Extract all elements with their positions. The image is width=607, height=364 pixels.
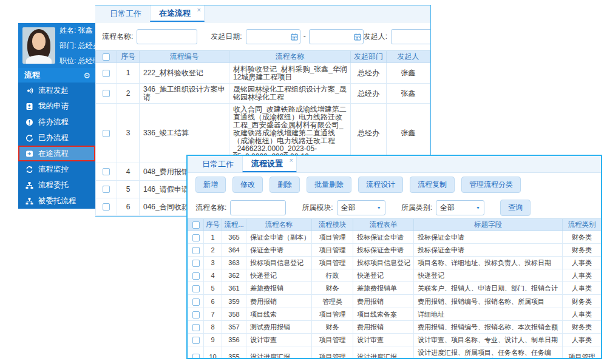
row-select-cell	[96, 84, 117, 104]
module-select-value: 全部	[341, 203, 356, 213]
cell-flow-name: 投标项目信息登记	[246, 257, 312, 269]
initiator-label: 发起人:	[364, 32, 387, 42]
col-flow-name: 流程名称	[229, 51, 351, 63]
select-all-checkbox[interactable]	[103, 53, 110, 61]
category-select[interactable]: 全部 ▼	[436, 200, 484, 215]
row-select-cell	[188, 320, 204, 333]
select-all-cell	[188, 219, 204, 231]
cell-no: 7	[204, 308, 222, 320]
tab-label: 日常工作	[202, 159, 234, 170]
module-label: 所属模块:	[302, 203, 333, 213]
col-flow-name: 流程名称	[246, 219, 312, 231]
toolbar-button[interactable]: 修改	[232, 177, 263, 193]
cell-category: 人事类	[563, 282, 602, 295]
window1-tabbar: 日常工作 在途流程 ×	[95, 5, 430, 22]
tab-flow-settings[interactable]: 流程设置 ×	[242, 156, 297, 172]
col-no: 序号	[204, 219, 222, 231]
col-form: 流程表单	[353, 219, 414, 231]
sidebar-item-delegate[interactable]: 流程委托	[18, 177, 95, 193]
sidebar-item-pending[interactable]: 待办流程	[18, 114, 95, 130]
row-checkbox[interactable]	[192, 311, 200, 318]
sidebar-item-label: 我的申请	[38, 101, 69, 112]
calendar-icon[interactable]	[291, 33, 298, 41]
sidebar-item-delegated-to-me[interactable]: 被委托流程	[18, 193, 95, 209]
row-select-cell	[188, 295, 204, 308]
search-button[interactable]: 查询	[500, 200, 531, 216]
cell-no: 4	[117, 163, 140, 181]
cell-flow-name: 项目线索	[246, 308, 312, 320]
tab-daily-work[interactable]: 日常工作	[194, 156, 242, 172]
row-checkbox[interactable]	[103, 186, 110, 193]
cell-flow-code: 364	[222, 244, 246, 257]
row-checkbox[interactable]	[192, 234, 200, 241]
calendar-icon[interactable]	[354, 33, 361, 41]
cell-flow-name: 收入合同_改建铁路成渝线增建第二直通线（成渝枢纽）电力线路迁改工程_西安盛器金属…	[229, 104, 351, 163]
sidebar-item-completed[interactable]: 已办流程	[18, 130, 95, 146]
row-checkbox[interactable]	[192, 324, 200, 331]
select-all-checkbox[interactable]	[192, 221, 200, 229]
row-checkbox[interactable]	[192, 285, 200, 292]
window2-tabbar: 日常工作 流程设置 ×	[188, 156, 601, 173]
cell-module: 项目管理	[312, 231, 353, 244]
date-separator: -	[304, 32, 306, 41]
table-row: 2 346_施工组织设计方案申请 晟铭园林绿化工程组织设计方案_晟铭园林绿化工程…	[96, 84, 430, 104]
row-checkbox[interactable]	[103, 168, 110, 175]
desktop-stage: 姓名: 张鑫 部门: 总经办 职位: 总经理 流程 ⚙ 流程发起 我的申请	[0, 0, 607, 364]
cell-initiator: 张鑫	[387, 104, 430, 163]
cell-title-fields: 投标保证金申请	[414, 244, 563, 257]
cell-category: 人事类	[563, 257, 602, 269]
row-checkbox[interactable]	[103, 130, 110, 137]
cell-dept: 总经办	[351, 84, 387, 104]
tab-in-transit-flows[interactable]: 在途流程 ×	[150, 5, 205, 22]
table-row: 3 336_竣工结算 收入合同_改建铁路成渝线增建第二直通线（成渝枢纽）电力线路…	[96, 104, 430, 163]
flow-name-input[interactable]	[230, 200, 286, 215]
module-select[interactable]: 全部 ▼	[337, 200, 385, 215]
sidebar-item-my-applications[interactable]: 我的申请	[18, 98, 95, 114]
cell-title-fields: 项目名称、详细地址、投标负责人、投标日期	[414, 257, 563, 269]
cell-title-fields: 费用报销、报销编号、报销名称、所属项目	[414, 295, 563, 308]
gear-icon[interactable]: ⚙	[83, 72, 90, 79]
cell-no: 5	[117, 181, 140, 198]
sidebar-item-in-transit[interactable]: 在途流程	[18, 146, 95, 161]
select-all-cell	[96, 51, 117, 63]
row-checkbox[interactable]	[103, 70, 110, 77]
table-row: 2 364 保证金申请 项目管理 投标保证金申请 投标保证金申请 财务类	[188, 244, 602, 257]
row-checkbox[interactable]	[192, 260, 200, 267]
cell-initiator: 张鑫	[387, 63, 430, 84]
toolbar-button[interactable]: 批量删除	[307, 177, 351, 193]
cell-no: 1	[204, 231, 222, 244]
tab-daily-work[interactable]: 日常工作	[101, 5, 150, 22]
toolbar-button[interactable]: 新增	[195, 177, 226, 193]
toolbar-button[interactable]: 删除	[270, 177, 300, 193]
sidebar-item-label: 流程委托	[38, 180, 69, 190]
cell-module: 行政	[312, 269, 353, 282]
in-progress-icon	[25, 149, 33, 158]
window2-filterbar: 流程名称: 所属模块: 全部 ▼ 所属类别: 全部 ▼ 查询	[188, 197, 601, 218]
initiator-input[interactable]	[391, 29, 430, 44]
toolbar-button[interactable]: 管理流程分类	[461, 177, 521, 193]
row-checkbox[interactable]	[103, 203, 110, 211]
cell-form: 设计审查	[353, 333, 414, 346]
row-checkbox[interactable]	[192, 247, 200, 254]
profile-title: 职位: 总经理	[59, 56, 100, 66]
sidebar-item-initiate[interactable]: 流程发起	[18, 83, 95, 98]
close-icon[interactable]: ×	[290, 157, 293, 164]
sidebar-item-monitor[interactable]: 流程监控	[18, 161, 95, 177]
toolbar: 新增修改删除批量删除流程设计流程复制管理流程分类	[188, 173, 601, 197]
toolbar-button[interactable]: 流程设计	[358, 177, 403, 193]
table-row: 4 362 快递登记 行政 快递登记 快递登记 人事类	[188, 269, 602, 282]
cell-flow-code: 346_施工组织设计方案申请	[140, 84, 229, 104]
close-icon[interactable]: ×	[197, 6, 201, 13]
sidebar-item-label: 在途流程	[38, 149, 69, 159]
cell-no: 3	[204, 257, 222, 269]
row-checkbox[interactable]	[103, 90, 110, 97]
flow-name-input[interactable]	[137, 29, 197, 44]
window1-filterbar: 流程名称: 发起日期: - 发起人:	[95, 22, 430, 50]
row-checkbox[interactable]	[192, 354, 200, 359]
row-checkbox[interactable]	[192, 337, 200, 344]
row-checkbox[interactable]	[192, 298, 200, 306]
toolbar-button[interactable]: 流程复制	[410, 177, 455, 193]
cell-flow-name: 测试费用报销	[246, 320, 312, 333]
category-label: 所属类别:	[401, 203, 432, 213]
row-checkbox[interactable]	[192, 272, 200, 280]
